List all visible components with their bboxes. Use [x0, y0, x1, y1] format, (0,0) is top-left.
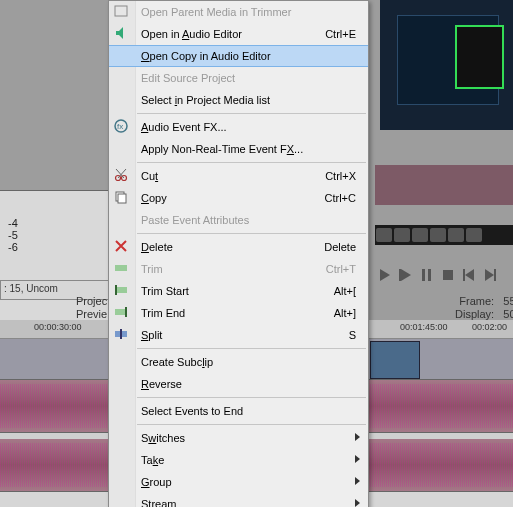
menu-item-trim-start[interactable]: Trim StartAlt+[ [109, 280, 368, 302]
svg-text:fx: fx [117, 122, 123, 131]
menu-item-split[interactable]: SplitS [109, 324, 368, 346]
context-menu: Open Parent Media in TrimmerOpen in Audi… [108, 0, 369, 507]
svg-rect-2 [428, 269, 431, 281]
menu-item-select-in-project-media-list[interactable]: Select in Project Media list [109, 89, 368, 111]
menu-separator [137, 162, 366, 163]
menu-item-copy[interactable]: CopyCtrl+C [109, 187, 368, 209]
menu-item-paste-event-attributes: Paste Event Attributes [109, 209, 368, 231]
list-item[interactable]: -4 [8, 217, 104, 229]
trimmer-icon [113, 3, 131, 21]
svg-rect-6 [115, 6, 127, 16]
menu-separator [137, 424, 366, 425]
svg-rect-18 [115, 331, 120, 337]
delete-icon [113, 238, 131, 256]
next-icon[interactable] [483, 268, 497, 282]
play-icon[interactable] [378, 268, 392, 282]
copy-icon [113, 189, 131, 207]
stop-icon[interactable] [441, 268, 455, 282]
list-item[interactable]: -6 [8, 241, 104, 253]
menu-separator [137, 397, 366, 398]
menu-item-delete[interactable]: DeleteDelete [109, 236, 368, 258]
svg-rect-1 [422, 269, 425, 281]
trim-icon [113, 260, 131, 278]
menu-item-edit-source-project: Edit Source Project [109, 67, 368, 89]
cut-icon [113, 167, 131, 185]
menu-item-open-parent-media-in-trimmer: Open Parent Media in Trimmer [109, 1, 368, 23]
play-from-start-icon[interactable] [399, 268, 413, 282]
prev-icon[interactable] [462, 268, 476, 282]
menu-item-open-in-audio-editor[interactable]: Open in Audio EditorCtrl+E [109, 23, 368, 45]
pause-icon[interactable] [420, 268, 434, 282]
menu-separator [137, 348, 366, 349]
frame-display: Frame: 55 Display: 50 [455, 295, 513, 321]
svg-rect-20 [120, 329, 122, 339]
menu-separator [137, 233, 366, 234]
svg-rect-17 [125, 307, 127, 317]
menu-item-trim: TrimCtrl+T [109, 258, 368, 280]
svg-rect-19 [122, 331, 127, 337]
screenshot-taskbar [375, 225, 513, 245]
menu-item-open-copy-in-audio-editor[interactable]: Open Copy in Audio Editor [109, 45, 368, 67]
list-item[interactable]: -5 [8, 229, 104, 241]
menu-item-take[interactable]: Take [109, 449, 368, 471]
svg-rect-4 [463, 269, 465, 281]
menu-item-reverse[interactable]: Reverse [109, 373, 368, 395]
svg-rect-15 [115, 285, 117, 295]
svg-rect-12 [118, 194, 126, 203]
trimstart-icon [113, 282, 131, 300]
menu-item-switches[interactable]: Switches [109, 427, 368, 449]
menu-item-create-subclip[interactable]: Create Subclip [109, 351, 368, 373]
project-preview-labels: Projec Previe [76, 295, 107, 321]
menu-item-select-events-to-end[interactable]: Select Events to End [109, 400, 368, 422]
menu-separator [137, 113, 366, 114]
svg-rect-0 [399, 269, 401, 281]
split-icon [113, 326, 131, 344]
menu-item-group[interactable]: Group [109, 471, 368, 493]
svg-rect-13 [115, 265, 127, 271]
menu-item-trim-end[interactable]: Trim EndAlt+] [109, 302, 368, 324]
menu-item-apply-non-real-time-event-fx[interactable]: Apply Non-Real-Time Event FX... [109, 138, 368, 160]
video-content [455, 25, 504, 89]
transport-controls [376, 268, 513, 288]
svg-rect-3 [443, 270, 453, 280]
trimend-icon [113, 304, 131, 322]
fx-icon: fx [113, 118, 131, 136]
audio-preview-wave [375, 165, 513, 205]
menu-item-stream[interactable]: Stream [109, 493, 368, 507]
menu-item-cut[interactable]: CutCtrl+X [109, 165, 368, 187]
svg-rect-5 [494, 269, 496, 281]
video-clip[interactable] [370, 341, 420, 379]
menu-item-audio-event-fx[interactable]: fxAudio Event FX... [109, 116, 368, 138]
audio-icon [113, 25, 131, 43]
